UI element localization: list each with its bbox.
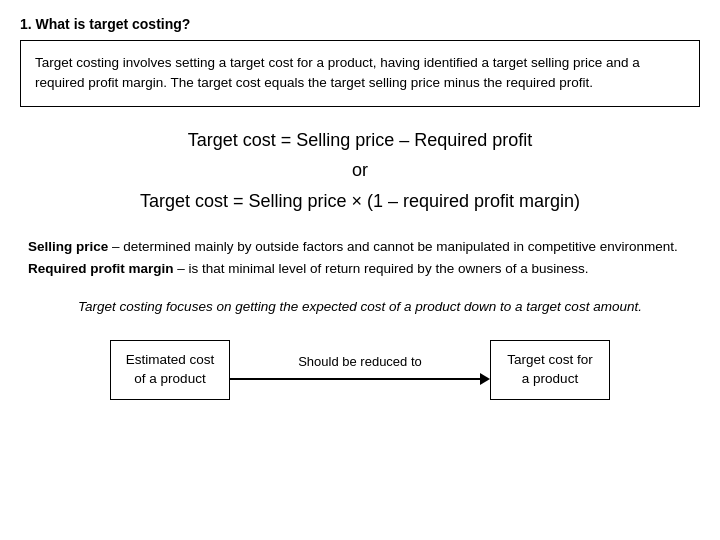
definition-box: Target costing involves setting a target… [20, 40, 700, 107]
arrow-head [480, 373, 490, 385]
selling-price-desc: Selling price – determined mainly by out… [28, 236, 692, 258]
selling-price-term: Selling price [28, 239, 108, 254]
descriptions-section: Selling price – determined mainly by out… [20, 236, 700, 279]
selling-price-text: – determined mainly by outside factors a… [108, 239, 678, 254]
formula-or: or [20, 155, 700, 186]
page-title: 1. What is target costing? [20, 16, 700, 32]
arrow-line [230, 373, 490, 385]
formula-line-2: Target cost = Selling price × (1 – requi… [20, 186, 700, 217]
profit-margin-desc: Required profit margin – is that minimal… [28, 258, 692, 280]
italic-note: Target costing focuses on getting the ex… [20, 297, 700, 317]
profit-margin-text: – is that minimal level of return requir… [174, 261, 589, 276]
arrow-shaft [230, 378, 480, 380]
diagram-left-text: Estimated costof a product [126, 352, 215, 386]
diagram-left-box: Estimated costof a product [110, 340, 230, 400]
italic-note-text: Target costing focuses on getting the ex… [78, 299, 642, 314]
diagram-right-text: Target cost fora product [507, 352, 593, 386]
formula-section: Target cost = Selling price – Required p… [20, 125, 700, 217]
profit-margin-term: Required profit margin [28, 261, 174, 276]
diagram-right-box: Target cost fora product [490, 340, 610, 400]
definition-text: Target costing involves setting a target… [35, 55, 640, 90]
diagram-row: Estimated costof a product Should be red… [20, 340, 700, 400]
arrow-container: Should be reduced to [230, 354, 490, 385]
arrow-label: Should be reduced to [298, 354, 422, 369]
formula-line-1: Target cost = Selling price – Required p… [20, 125, 700, 156]
